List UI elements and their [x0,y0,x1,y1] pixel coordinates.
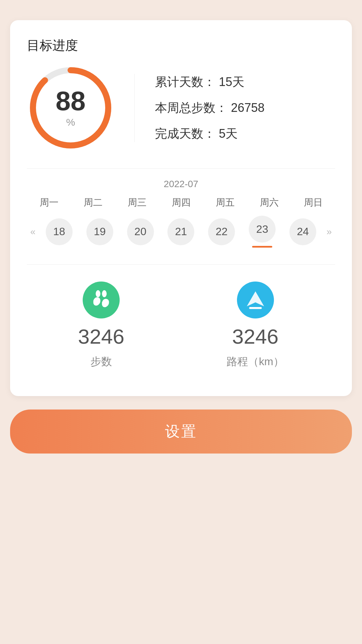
day-wrapper-24: 24 [283,218,323,245]
day-wrapper-23: 23 [242,216,283,248]
calendar-header: 周一 周二 周三 周四 周五 周六 周日 [27,196,335,209]
divider-2 [27,264,335,265]
day-name-sat: 周六 [247,196,291,209]
stat-value-steps: 26758 [231,101,265,115]
metric-steps: 3246 步数 [78,282,124,369]
steps-icon-container [83,282,120,318]
svg-rect-3 [249,307,262,309]
day-wrapper-19: 19 [79,218,120,245]
svg-point-1 [102,290,107,297]
goal-title: 目标进度 [27,37,335,54]
stat-label-steps: 本周总步数： [155,101,228,115]
day-wrapper-22: 22 [201,218,242,245]
calendar-day-19[interactable]: 19 [86,218,113,245]
calendar-days-row: « 18 19 20 21 22 23 24 » [27,216,335,248]
svg-marker-2 [247,291,264,306]
stat-value-days: 15天 [219,75,244,89]
day-wrapper-20: 20 [120,218,161,245]
svg-point-0 [96,290,100,297]
steps-value: 3246 [78,325,124,348]
day-name-tue: 周二 [71,196,115,209]
day-name-mon: 周一 [27,196,71,209]
metrics-section: 3246 步数 3246 路程（km） [27,275,335,376]
settings-button[interactable]: 设置 [10,410,352,454]
day-wrapper-21: 21 [161,218,201,245]
day-wrapper-18: 18 [39,218,80,245]
day-name-wed: 周三 [115,196,159,209]
distance-icon-container [237,282,274,318]
distance-value: 3246 [232,325,279,348]
calendar-next[interactable]: » [323,226,335,237]
day-name-sun: 周日 [291,196,335,209]
stat-label-complete: 完成天数： [155,127,215,140]
calendar-day-21[interactable]: 21 [167,218,194,245]
circle-number: 88 [56,88,86,115]
calendar-day-22[interactable]: 22 [208,218,235,245]
stat-row-complete: 完成天数： 5天 [155,126,335,142]
progress-circle: 88 % [27,64,114,152]
footprint-icon [89,288,113,312]
day-name-fri: 周五 [203,196,247,209]
calendar-month: 2022-07 [27,179,335,189]
calendar-prev[interactable]: « [27,226,39,237]
stats-section: 累计天数： 15天 本周总步数： 26758 完成天数： 5天 [134,74,335,142]
calendar-day-24[interactable]: 24 [289,218,316,245]
calendar-day-23[interactable]: 23 [249,216,276,243]
stat-row-days: 累计天数： 15天 [155,74,335,90]
divider [27,168,335,169]
goal-section: 目标进度 88 % 累计天数： 15天 本周总步 [27,37,335,152]
calendar-day-20[interactable]: 20 [127,218,154,245]
active-day-indicator [252,246,272,248]
calendar-section: 2022-07 周一 周二 周三 周四 周五 周六 周日 « 18 19 20 … [27,179,335,248]
metric-distance: 3246 路程（km） [227,282,284,369]
circle-percent: % [56,117,86,128]
calendar-day-18[interactable]: 18 [46,218,73,245]
distance-label: 路程（km） [227,354,284,369]
stat-value-complete: 5天 [219,127,238,140]
navigation-icon [244,288,267,312]
stat-row-steps: 本周总步数： 26758 [155,100,335,116]
steps-label: 步数 [90,354,112,369]
circle-text: 88 % [56,88,86,128]
day-name-thu: 周四 [159,196,203,209]
stat-label-days: 累计天数： [155,75,215,89]
main-card: 目标进度 88 % 累计天数： 15天 本周总步 [10,20,352,396]
